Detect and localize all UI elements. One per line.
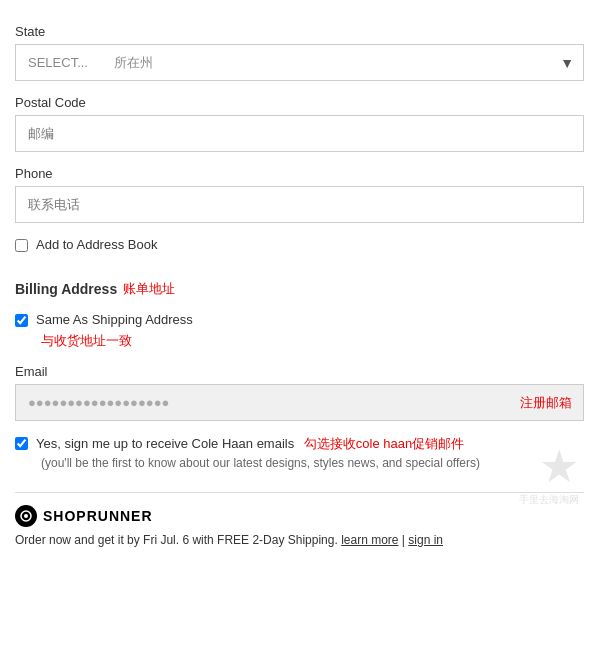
add-to-address-book-row: Add to Address Book bbox=[15, 237, 584, 252]
add-to-address-book-checkbox[interactable] bbox=[15, 239, 28, 252]
shoprunner-section: SHOPRUNNER Order now and get it by Fri J… bbox=[15, 492, 584, 547]
same-as-shipping-label[interactable]: Same As Shipping Address bbox=[36, 312, 193, 327]
phone-label: Phone bbox=[15, 166, 584, 181]
signup-note: (you'll be the first to know about our l… bbox=[41, 456, 584, 470]
billing-annotation: 账单地址 bbox=[123, 280, 175, 298]
state-select[interactable]: SELECT... 所在州 bbox=[15, 44, 584, 81]
signup-section: Yes, sign me up to receive Cole Haan ema… bbox=[15, 435, 584, 470]
signup-checkbox-row: Yes, sign me up to receive Cole Haan ema… bbox=[15, 435, 584, 453]
shoprunner-desc-text: Order now and get it by Fri Jul. 6 with … bbox=[15, 533, 338, 547]
phone-label-text: Phone bbox=[15, 166, 53, 181]
email-input[interactable] bbox=[15, 384, 584, 421]
signup-annotation: 勾选接收cole haan促销邮件 bbox=[304, 436, 464, 451]
email-input-wrapper: 注册邮箱 bbox=[15, 384, 584, 421]
billing-header: Billing Address 账单地址 bbox=[15, 280, 584, 298]
postal-code-label: Postal Code bbox=[15, 95, 584, 110]
shoprunner-brand-name: SHOPRUNNER bbox=[43, 508, 153, 524]
postal-code-label-text: Postal Code bbox=[15, 95, 86, 110]
shoprunner-logo: SHOPRUNNER bbox=[15, 505, 584, 527]
same-as-shipping-row: Same As Shipping Address bbox=[15, 312, 584, 327]
email-label: Email bbox=[15, 364, 584, 379]
postal-code-input[interactable] bbox=[15, 115, 584, 152]
same-as-shipping-annotation: 与收货地址一致 bbox=[41, 332, 584, 350]
state-select-wrapper[interactable]: SELECT... 所在州 ▼ bbox=[15, 44, 584, 81]
shoprunner-sign-in-link[interactable]: sign in bbox=[408, 533, 443, 547]
same-as-shipping-checkbox[interactable] bbox=[15, 314, 28, 327]
billing-title: Billing Address bbox=[15, 281, 117, 297]
shoprunner-learn-more-link[interactable]: learn more bbox=[341, 533, 398, 547]
signup-checkbox[interactable] bbox=[15, 437, 28, 450]
billing-section: Billing Address 账单地址 Same As Shipping Ad… bbox=[15, 272, 584, 350]
add-to-address-book-label[interactable]: Add to Address Book bbox=[36, 237, 157, 252]
email-label-text: Email bbox=[15, 364, 48, 379]
shoprunner-separator: | bbox=[402, 533, 405, 547]
shoprunner-logo-svg bbox=[19, 509, 33, 523]
state-field-label: State bbox=[15, 24, 584, 39]
state-label-text: State bbox=[15, 24, 45, 39]
svg-point-1 bbox=[24, 514, 28, 518]
email-annotation: 注册邮箱 bbox=[516, 394, 572, 412]
phone-input[interactable] bbox=[15, 186, 584, 223]
signup-label[interactable]: Yes, sign me up to receive Cole Haan ema… bbox=[36, 435, 464, 453]
shoprunner-description: Order now and get it by Fri Jul. 6 with … bbox=[15, 533, 584, 547]
shoprunner-icon bbox=[15, 505, 37, 527]
